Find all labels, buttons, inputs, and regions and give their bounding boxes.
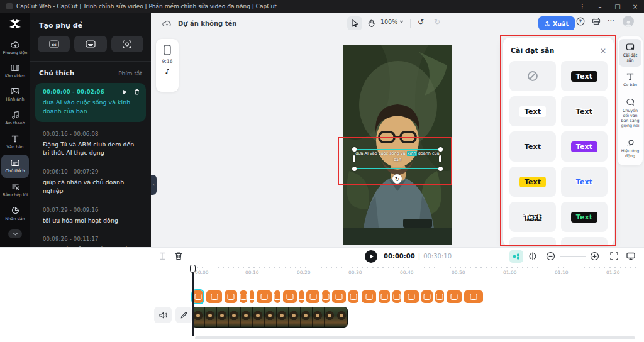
caption-clip[interactable] xyxy=(421,290,433,303)
redo-icon[interactable]: ↻ xyxy=(434,18,440,26)
zoom-in-icon[interactable] xyxy=(590,251,599,261)
auto-captions-button[interactable] xyxy=(111,36,143,52)
caption-clip[interactable] xyxy=(306,290,319,303)
preset-tile[interactable]: Text xyxy=(561,96,608,126)
caption-clip[interactable] xyxy=(257,290,272,303)
preset-tile[interactable]: Text xyxy=(509,131,556,162)
rotate-handle[interactable]: ↻ xyxy=(392,174,402,184)
horizontal-scrollbar[interactable] xyxy=(195,336,635,339)
resize-handle-bottom-left[interactable] xyxy=(352,167,357,171)
mute-track-button[interactable] xyxy=(154,307,172,323)
sidebar-item-audio[interactable]: Âm thanh xyxy=(1,107,29,130)
caption-item[interactable]: 00:07:29 - 00:09:16 tối ưu hóa mọi hoạt … xyxy=(30,202,151,231)
sidebar-more[interactable] xyxy=(0,226,30,242)
split-ibeam-icon[interactable] xyxy=(158,252,166,260)
preset-tile[interactable]: Text xyxy=(509,96,556,126)
preset-tile-partial[interactable] xyxy=(509,237,556,246)
preview-display-icon[interactable] xyxy=(626,252,635,260)
sidebar-item-video-library[interactable]: Kho video xyxy=(1,60,29,82)
avatar[interactable] xyxy=(623,16,634,27)
preset-tile[interactable]: Text xyxy=(561,202,608,232)
caption-clip[interactable] xyxy=(225,290,237,303)
caption-clip[interactable] xyxy=(250,290,254,303)
preset-tile[interactable]: Text xyxy=(509,167,556,197)
hand-tool-button[interactable] xyxy=(364,16,379,30)
zoom-out-icon[interactable] xyxy=(546,251,555,261)
resize-handle-right[interactable] xyxy=(439,155,441,162)
browser-menu-icon[interactable]: ⋮ xyxy=(574,0,591,13)
play-caption-icon[interactable] xyxy=(123,89,128,95)
split-clip-icon[interactable] xyxy=(528,252,537,260)
caption-item[interactable]: 00:02:16 - 00:06:08 Đặng Tú và ABM club … xyxy=(30,126,151,164)
playhead-handle[interactable] xyxy=(190,265,196,273)
preset-tile[interactable]: Text xyxy=(509,202,556,232)
more-options-icon[interactable]: ⋯ xyxy=(608,16,615,25)
preset-tile[interactable]: Text xyxy=(561,61,608,91)
caption-clip[interactable] xyxy=(283,290,297,303)
timeline-zoom-slider[interactable] xyxy=(560,256,586,257)
caption-clip[interactable] xyxy=(192,290,203,303)
panel-collapse-handle[interactable]: ‹ xyxy=(151,175,157,195)
rail-item-presets[interactable]: Cài đặt sẵn xyxy=(619,39,641,67)
video-clip-strip[interactable] xyxy=(192,307,348,328)
undo-icon[interactable]: ↺ xyxy=(418,18,424,26)
resize-handle-top-right[interactable] xyxy=(438,147,443,152)
aspect-ratio-chip[interactable]: 9:16 ♪ xyxy=(156,39,179,92)
caption-clip[interactable] xyxy=(206,290,222,303)
rail-item-animation[interactable]: Hiệu ứng động xyxy=(619,135,641,162)
caption-clip[interactable] xyxy=(404,290,419,303)
help-icon[interactable]: ? xyxy=(576,17,585,26)
sidebar-item-images[interactable]: Hình ảnh xyxy=(1,84,29,106)
close-icon[interactable]: ✕ xyxy=(600,47,606,55)
caption-item[interactable]: 00:06:10 - 00:07:29 giúp cá nhân và chủ … xyxy=(30,163,151,202)
snap-toggle-button[interactable] xyxy=(509,250,523,263)
playhead-line[interactable] xyxy=(192,273,194,336)
rail-item-basic[interactable]: Cơ bản xyxy=(619,69,641,91)
printer-icon[interactable] xyxy=(592,17,601,25)
sidebar-item-stickers[interactable]: Nhãn dán xyxy=(1,202,29,225)
video-preview[interactable]: đưa AI vào cuộc sống và kinh doanh của b… xyxy=(343,45,452,245)
caption-clip[interactable] xyxy=(240,290,247,303)
sidebar-item-transcript[interactable]: Bản chép lời xyxy=(1,179,29,201)
caption-clip[interactable] xyxy=(348,290,358,303)
caption-clip[interactable] xyxy=(464,290,483,303)
resize-handle-bottom-right[interactable] xyxy=(438,167,443,171)
resize-handle-left[interactable] xyxy=(353,155,355,162)
caption-clip[interactable] xyxy=(332,290,346,303)
caption-clip[interactable] xyxy=(379,290,390,303)
sidebar-item-text[interactable]: Văn bản xyxy=(1,131,29,153)
cc-captions-button[interactable]: cc xyxy=(38,36,70,52)
trash-icon[interactable] xyxy=(175,251,182,260)
minimize-button[interactable]: – xyxy=(591,0,609,13)
preset-tile-partial[interactable] xyxy=(561,237,608,246)
caption-clip[interactable] xyxy=(274,290,280,303)
sidebar-item-media[interactable]: Phương tiện xyxy=(1,37,29,59)
maximize-button[interactable]: □ xyxy=(609,0,626,13)
select-tool-button[interactable] xyxy=(347,16,362,30)
caption-clip[interactable] xyxy=(362,290,376,303)
preset-tile-none[interactable] xyxy=(509,61,556,91)
caption-clip[interactable] xyxy=(299,290,304,303)
rail-item-text-to-speech[interactable]: Chuyển đổi văn bản sang giọng nói xyxy=(619,94,641,133)
caption-clip[interactable] xyxy=(322,290,330,303)
zoom-level-select[interactable]: 100% xyxy=(380,18,404,25)
preset-tile[interactable]: Text xyxy=(561,167,608,197)
project-name[interactable]: Dự án không tên xyxy=(178,20,236,27)
caption-item[interactable]: 00:00:00 - 00:02:06 đưa AI vào cuộc sống… xyxy=(35,83,146,122)
play-button[interactable] xyxy=(365,250,377,263)
edit-track-button[interactable] xyxy=(175,307,192,323)
caption-clip[interactable] xyxy=(392,290,401,303)
close-button[interactable]: × xyxy=(626,0,644,13)
sidebar-item-captions[interactable]: Chú thích xyxy=(1,155,29,178)
preset-tile[interactable]: Text xyxy=(561,131,608,162)
caption-clip[interactable] xyxy=(447,290,462,303)
delete-caption-icon[interactable] xyxy=(134,89,140,95)
shortcuts-link[interactable]: Phím tắt xyxy=(118,70,142,77)
manual-captions-button[interactable] xyxy=(74,36,106,52)
timeline-section: 00:00:00 | 00:30:10 00:00 00:10 00:20 00… xyxy=(0,247,644,342)
video-caption-text[interactable]: đưa AI vào cuộc sống và kinh doanh của b… xyxy=(353,150,441,163)
caption-clip[interactable] xyxy=(435,290,444,303)
resize-handle-top-left[interactable] xyxy=(352,147,357,152)
fit-timeline-icon[interactable] xyxy=(610,252,618,260)
export-button[interactable]: Xuất xyxy=(538,16,575,30)
